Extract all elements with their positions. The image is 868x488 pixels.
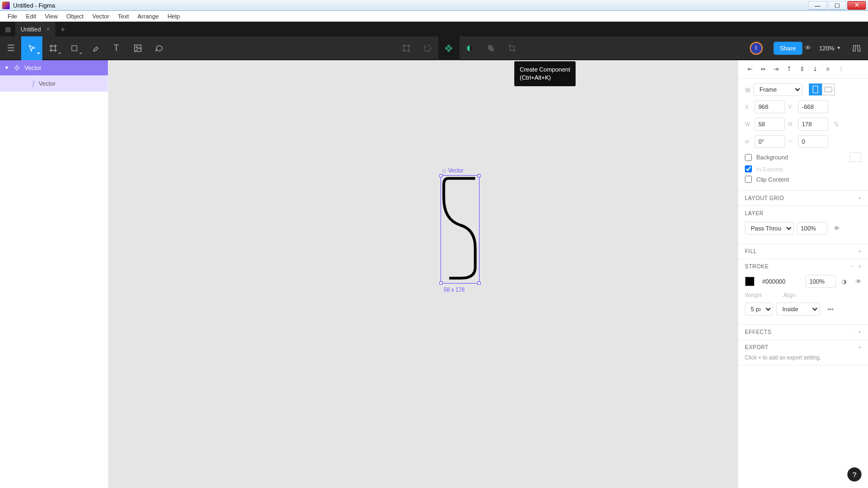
window-minimize-button[interactable]: — [808, 1, 827, 10]
layer-child-name: Vector [39, 80, 55, 87]
h-input[interactable] [798, 118, 828, 131]
effects-add-icon[interactable]: + [858, 329, 861, 335]
pen-tool-button[interactable] [85, 36, 106, 60]
stroke-remove-icon[interactable]: − [850, 264, 853, 269]
rotation-input[interactable] [755, 135, 785, 148]
stroke-advanced-icon[interactable]: ••• [827, 306, 834, 312]
blend-mode-select[interactable]: Pass Through [745, 222, 794, 235]
share-button[interactable]: Share [774, 42, 802, 55]
export-add-icon[interactable]: + [858, 344, 861, 350]
app-menubar: File Edit View Object Vector Text Arrang… [0, 11, 868, 22]
window-maximize-button[interactable]: ▢ [828, 1, 846, 10]
stroke-style-icon[interactable]: ◑ [841, 278, 847, 285]
text-tool-button[interactable]: T [106, 36, 127, 60]
present-view-button[interactable]: 👁 [805, 44, 812, 52]
stroke-align-select[interactable]: Inside [776, 303, 820, 316]
image-tool-button[interactable] [127, 36, 148, 60]
clipcontent-checkbox[interactable] [745, 176, 752, 183]
component-icon [14, 65, 20, 71]
new-tab-button[interactable]: + [55, 25, 70, 34]
menu-arrange[interactable]: Arrange [133, 12, 163, 21]
comment-tool-button[interactable] [148, 36, 169, 60]
os-titlebar: Untitled - Figma — ▢ ✕ [0, 0, 868, 11]
hamburger-menu-button[interactable]: ☰ [0, 36, 21, 60]
stroke-align-label: Align [783, 292, 795, 298]
x-input[interactable] [755, 100, 785, 113]
design-panel: ⇤ ⇔ ⇥ ⤒ ⇕ ⤓ ≡ ⋮ ▦ Frame X Y W [738, 60, 868, 488]
menu-vector[interactable]: Vector [88, 12, 113, 21]
tab-close-icon[interactable]: × [46, 25, 50, 33]
canvas[interactable]: Vector 58 x 178 Create Component (Ctrl+A… [108, 60, 738, 488]
stroke-color-swatch[interactable] [745, 277, 755, 286]
vector-path-icon: ∫ [33, 80, 34, 87]
selection-dimensions: 58 x 178 [444, 287, 464, 293]
create-component-tooltip: Create Component (Ctrl+Alt+K) [514, 61, 576, 86]
mask-button[interactable] [459, 36, 481, 60]
inexports-label: In Exports [756, 166, 783, 172]
boolean-union-button[interactable] [481, 36, 502, 60]
align-right-icon[interactable]: ⇥ [771, 66, 781, 73]
move-tool-button[interactable] [21, 36, 42, 60]
svg-rect-10 [490, 47, 494, 51]
selection-badge: Vector [442, 168, 463, 174]
align-top-icon[interactable]: ⤒ [784, 66, 794, 73]
align-hcenter-icon[interactable]: ⇔ [758, 66, 768, 73]
window-close-button[interactable]: ✕ [847, 1, 866, 10]
fill-add-icon[interactable]: + [858, 248, 861, 254]
user-avatar[interactable]: I [750, 42, 763, 55]
layer-opacity-input[interactable] [797, 222, 827, 235]
pixel-grid-button[interactable] [848, 36, 865, 60]
layer-visibility-icon[interactable]: 👁 [834, 225, 840, 232]
radius-input[interactable] [798, 135, 828, 148]
distribute-h-icon[interactable]: ≡ [823, 66, 833, 73]
background-label: Background [756, 154, 788, 160]
window-title: Untitled - Figma [13, 2, 55, 9]
align-vcenter-icon[interactable]: ⇕ [797, 66, 807, 73]
home-grid-icon[interactable]: ▦ [0, 25, 15, 33]
export-hint: Click + to add an export setting. [745, 355, 861, 361]
main-toolbar: ☰ T I [0, 36, 868, 60]
fill-title: FILL [745, 248, 757, 254]
layer-row-child[interactable]: ∫ Vector [0, 75, 108, 92]
crop-button[interactable] [502, 36, 523, 60]
background-swatch[interactable] [850, 152, 861, 162]
stroke-add-icon[interactable]: + [858, 264, 861, 269]
frame-tool-button[interactable] [42, 36, 63, 60]
menu-object[interactable]: Object [62, 12, 88, 21]
inexports-checkbox[interactable] [745, 165, 752, 172]
stroke-visibility-icon[interactable]: 👁 [856, 278, 861, 285]
background-checkbox[interactable] [745, 154, 752, 161]
effects-remove-icon[interactable]: − [850, 329, 853, 335]
help-button[interactable]: ? [847, 467, 861, 481]
layer-row-parent[interactable]: ▼ Vector [0, 60, 108, 75]
stroke-color-hex: #000000 [762, 278, 786, 285]
reset-instance-button[interactable] [417, 36, 438, 60]
frame-preset-select[interactable]: Frame [754, 83, 802, 96]
tabs-strip: ▦ Untitled × + [0, 22, 868, 36]
layer-title: LAYER [745, 210, 764, 216]
menu-view[interactable]: View [41, 12, 62, 21]
orientation-landscape-button[interactable] [822, 84, 835, 95]
align-bottom-icon[interactable]: ⤓ [810, 66, 820, 73]
distribute-v-icon[interactable]: ⋮ [836, 66, 846, 73]
menu-edit[interactable]: Edit [22, 12, 41, 21]
w-input[interactable] [755, 118, 785, 131]
stroke-weight-select[interactable]: 5 px [745, 303, 773, 316]
edit-object-button[interactable] [396, 36, 417, 60]
y-input[interactable] [798, 100, 828, 113]
menu-help[interactable]: Help [163, 12, 184, 21]
menu-text[interactable]: Text [113, 12, 133, 21]
frame-preset-icon: ▦ [745, 86, 750, 93]
stroke-title: STROKE [745, 264, 769, 269]
layoutgrid-add-icon[interactable]: + [858, 195, 861, 201]
tab-title: Untitled [21, 26, 41, 33]
zoom-level[interactable]: 120%▼ [814, 45, 846, 52]
constrain-proportions-icon[interactable]: ⇅ [834, 121, 839, 128]
shape-tool-button[interactable] [63, 36, 85, 60]
align-left-icon[interactable]: ⇤ [745, 66, 755, 73]
document-tab[interactable]: Untitled × [15, 22, 55, 36]
stroke-opacity-input[interactable] [806, 275, 836, 288]
menu-file[interactable]: File [3, 12, 22, 21]
create-component-button[interactable] [438, 36, 459, 60]
orientation-portrait-button[interactable] [809, 84, 822, 95]
